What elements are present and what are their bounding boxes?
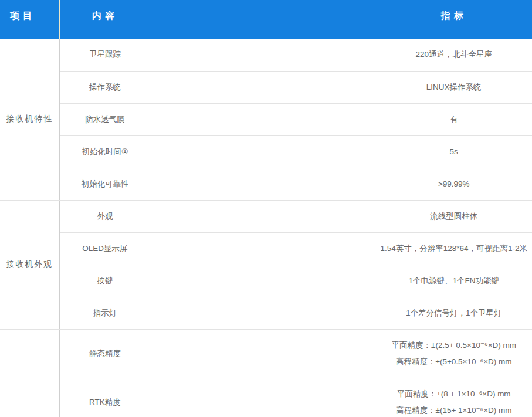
table-row: 防水透气膜 有 [0, 103, 532, 135]
table-row: 静态精度 平面精度：±(2.5+ 0.5×10⁻⁶×D) mm 高程精度：±(5… [0, 329, 532, 378]
spec-value-cell: >99.99% [151, 168, 532, 200]
spec-name-cell: 静态精度 [59, 329, 151, 378]
spec-value-text-line1: 平面精度：±(8 + 1×10⁻⁶×D) mm [151, 386, 532, 402]
spec-name-cell: 初始化时间① [59, 135, 151, 168]
spec-name-cell: 指示灯 [59, 297, 151, 329]
spec-name-cell: 防水透气膜 [59, 103, 151, 135]
spec-value-text: 1个差分信号灯，1个卫星灯 [151, 305, 532, 321]
table-row: 初始化时间① 5s [0, 135, 532, 168]
spec-value-cell: 220通道，北斗全星座 [151, 39, 532, 71]
group-label-precision [0, 329, 59, 417]
spec-value-cell: LINUX操作系统 [151, 71, 532, 103]
spec-value-text: 1个电源键、1个FN功能键 [151, 273, 532, 289]
header-row: 项目 内容 指标 [0, 0, 532, 39]
spec-name-cell: 外观 [59, 200, 151, 232]
spec-value-cell: 1个差分信号灯，1个卫星灯 [151, 297, 532, 329]
spec-table: 项目 内容 指标 接收机特性 卫星跟踪 220通道，北斗全星座 操作系统 LIN… [0, 0, 532, 417]
table-row: 操作系统 LINUX操作系统 [0, 71, 532, 103]
header-cell-item: 项目 [0, 0, 59, 39]
header-cell-content: 内容 [59, 0, 151, 39]
spec-value-text-line2: 高程精度：±(5+0.5×10⁻⁶×D) mm [151, 354, 532, 370]
spec-name-cell: 按键 [59, 265, 151, 297]
spec-name-cell: 操作系统 [59, 71, 151, 103]
spec-name-cell: RTK精度 [59, 378, 151, 417]
spec-value-text: LINUX操作系统 [151, 79, 532, 96]
table-row: 按键 1个电源键、1个FN功能键 [0, 265, 532, 297]
spec-name-cell: OLED显示屏 [59, 232, 151, 265]
header-cell-spec: 指标 [151, 0, 532, 39]
group-label-receiver-appearance: 接收机外观 [0, 200, 59, 329]
spec-value-text: 5s [151, 144, 532, 160]
spec-value-text-line1: 平面精度：±(2.5+ 0.5×10⁻⁶×D) mm [151, 337, 532, 354]
spec-value-text: 1.54英寸，分辨率128*64，可视距离1-2米 [151, 240, 532, 257]
spec-name-cell: 卫星跟踪 [59, 39, 151, 71]
spec-value-cell: 1个电源键、1个FN功能键 [151, 265, 532, 297]
spec-value-text: 220通道，北斗全星座 [151, 46, 532, 63]
spec-value-text: >99.99% [151, 176, 532, 192]
table-row: 指示灯 1个差分信号灯，1个卫星灯 [0, 297, 532, 329]
spec-name-cell: 初始化可靠性 [59, 168, 151, 200]
spec-value-text: 有 [151, 111, 532, 128]
table-row: 接收机外观 外观 流线型圆柱体 [0, 200, 532, 232]
spec-value-cell: 平面精度：±(2.5+ 0.5×10⁻⁶×D) mm 高程精度：±(5+0.5×… [151, 329, 532, 378]
table-row: RTK精度 平面精度：±(8 + 1×10⁻⁶×D) mm 高程精度：±(15+… [0, 378, 532, 417]
spec-value-cell: 1.54英寸，分辨率128*64，可视距离1-2米 [151, 232, 532, 265]
table-row: 接收机特性 卫星跟踪 220通道，北斗全星座 [0, 39, 532, 71]
table-row: 初始化可靠性 >99.99% [0, 168, 532, 200]
spec-table-viewport: 项目 内容 指标 接收机特性 卫星跟踪 220通道，北斗全星座 操作系统 LIN… [0, 0, 532, 417]
spec-value-cell: 5s [151, 135, 532, 168]
spec-value-text-line2: 高程精度：±(15+ 1×10⁻⁶×D) mm [151, 402, 532, 417]
group-label-receiver-features: 接收机特性 [0, 39, 59, 200]
table-row: OLED显示屏 1.54英寸，分辨率128*64，可视距离1-2米 [0, 232, 532, 265]
spec-value-cell: 平面精度：±(8 + 1×10⁻⁶×D) mm 高程精度：±(15+ 1×10⁻… [151, 378, 532, 417]
spec-value-cell: 有 [151, 103, 532, 135]
spec-value-cell: 流线型圆柱体 [151, 200, 532, 232]
spec-value-text: 流线型圆柱体 [151, 208, 532, 225]
